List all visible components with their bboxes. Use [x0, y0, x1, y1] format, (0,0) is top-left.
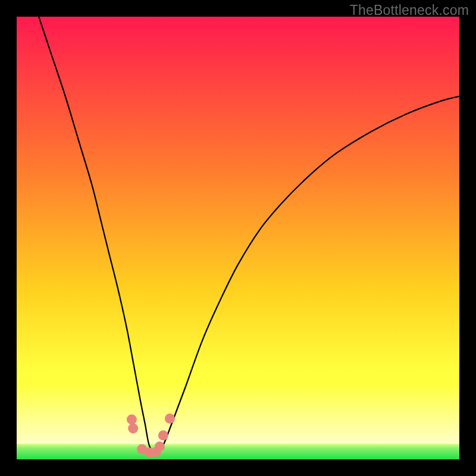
pale-band: [17, 384, 459, 444]
data-dot: [155, 441, 165, 452]
green-band: [17, 444, 459, 459]
chart-frame: TheBottleneck.com: [0, 0, 476, 476]
chart-svg: [17, 17, 459, 459]
data-dot: [128, 423, 138, 433]
data-dot: [127, 415, 137, 425]
data-dot: [158, 430, 168, 440]
watermark-text: TheBottleneck.com: [350, 2, 469, 18]
data-dot: [165, 414, 175, 424]
